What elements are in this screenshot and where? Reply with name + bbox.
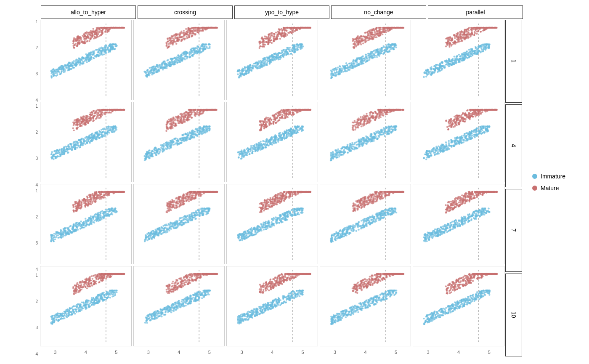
y-tick-label: 2 — [23, 130, 39, 135]
y-tick-label: 3 — [23, 326, 39, 330]
scatter-canvas — [134, 102, 225, 182]
legend-item: Immature — [532, 173, 578, 180]
x-tick-label: 3 — [54, 350, 56, 355]
x-tick-label: 5 — [395, 350, 397, 355]
x-axis-cell: 345 — [413, 347, 504, 357]
scatter-canvas — [40, 20, 131, 100]
row-header: 1 — [505, 20, 522, 103]
x-axis-cell: 345 — [226, 347, 318, 357]
row-header: 7 — [505, 189, 522, 272]
y-axis-label — [11, 18, 23, 359]
scatter-canvas — [40, 102, 131, 182]
facet-cell — [133, 102, 225, 182]
scatter-canvas — [134, 184, 225, 264]
facet-row — [39, 19, 505, 101]
x-axis-cell: 345 — [133, 347, 225, 357]
scatter-canvas — [320, 20, 411, 100]
facet-cell — [320, 20, 411, 100]
facet-cell — [40, 102, 132, 182]
y-tick-row: 4321 — [23, 273, 39, 357]
scatter-canvas — [227, 266, 318, 346]
facet-rows-inner: 345345345345345 — [39, 19, 505, 357]
scatter-canvas — [227, 20, 318, 100]
y-tick-label: 4 — [23, 352, 39, 356]
x-tick-label: 5 — [208, 350, 211, 355]
row-headers-column: 14710 — [505, 19, 524, 357]
row-header-label: 4 — [510, 144, 517, 147]
legend-dot — [532, 186, 537, 191]
y-tick-row: 4321 — [23, 104, 39, 188]
row-header: 4 — [505, 104, 522, 187]
col-header: parallel — [428, 5, 523, 19]
facet-cell — [413, 266, 504, 346]
x-tick-label: 5 — [301, 350, 304, 355]
facet-cell — [133, 184, 225, 264]
facet-cell — [40, 20, 132, 100]
facet-cell — [320, 266, 411, 346]
scatter-canvas — [320, 102, 411, 182]
facet-cell — [40, 266, 132, 346]
col-header: allo_to_hyper — [41, 5, 136, 19]
scatter-canvas — [320, 184, 411, 264]
scatter-canvas — [413, 102, 504, 182]
x-tick-label: 3 — [334, 350, 336, 355]
chart-container: allo_to_hypercrossingypo_to_hypeno_chang… — [11, 5, 578, 359]
y-tick-label: 2 — [23, 46, 39, 50]
scatter-canvas — [413, 20, 504, 100]
y-tick-label: 2 — [23, 215, 39, 219]
grid-and-legend: allo_to_hypercrossingypo_to_hypeno_chang… — [23, 5, 578, 359]
x-tick-label: 3 — [240, 350, 243, 355]
x-tick-label: 3 — [427, 350, 430, 355]
x-tick-label: 4 — [178, 350, 180, 355]
facet-cell — [413, 184, 504, 264]
y-tick-label: 1 — [23, 274, 39, 278]
facet-cell — [226, 20, 318, 100]
scatter-canvas — [413, 266, 504, 346]
y-tick-label: 2 — [23, 300, 39, 304]
y-tick-label: 3 — [23, 157, 39, 161]
y-tick-row: 4321 — [23, 19, 39, 104]
y-tick-label: 4 — [23, 183, 39, 187]
legend: ImmatureMature — [524, 5, 578, 359]
x-tick-label: 4 — [457, 350, 460, 355]
y-tick-label: 3 — [23, 241, 39, 245]
y-tick-label: 1 — [23, 104, 39, 109]
scatter-canvas — [320, 266, 411, 346]
col-header: no_change — [331, 5, 426, 19]
facet-cell — [133, 266, 225, 346]
x-axis-cell: 345 — [320, 347, 411, 357]
col-header: ypo_to_hype — [234, 5, 329, 19]
legend-label: Immature — [541, 173, 565, 180]
row-header-label: 10 — [510, 311, 517, 318]
row-header-label: 1 — [510, 59, 517, 63]
x-tick-label: 4 — [271, 350, 273, 355]
facet-cell — [226, 102, 318, 182]
col-headers: allo_to_hypercrossingypo_to_hypeno_chang… — [40, 5, 524, 19]
scatter-canvas — [134, 266, 225, 346]
facet-cell — [413, 20, 504, 100]
col-header: crossing — [138, 5, 233, 19]
facet-cell — [226, 266, 318, 346]
facet-cell — [413, 102, 504, 182]
y-tick-label: 4 — [23, 98, 39, 103]
facet-row — [39, 183, 505, 265]
x-tick-label: 5 — [115, 350, 117, 355]
y-tick-area: 4321432143214321 — [23, 19, 39, 357]
y-tick-label: 1 — [23, 20, 39, 24]
facet-cell — [320, 102, 411, 182]
legend-dot — [532, 174, 537, 179]
facet-cell — [40, 184, 132, 264]
y-tick-label: 4 — [23, 268, 39, 272]
x-axis-cell: 345 — [40, 347, 132, 357]
facet-area: allo_to_hypercrossingypo_to_hypeno_chang… — [23, 5, 524, 359]
facet-rows — [39, 19, 505, 347]
facet-cell — [320, 184, 411, 264]
row-header: 10 — [505, 274, 522, 356]
x-axis-labels: 345345345345345 — [39, 347, 505, 357]
facet-cell — [133, 20, 225, 100]
chart-main: allo_to_hypercrossingypo_to_hypeno_chang… — [11, 5, 578, 359]
legend-label: Mature — [541, 185, 559, 191]
scatter-canvas — [227, 102, 318, 182]
facet-row — [39, 265, 505, 347]
x-tick-label: 4 — [85, 350, 87, 355]
